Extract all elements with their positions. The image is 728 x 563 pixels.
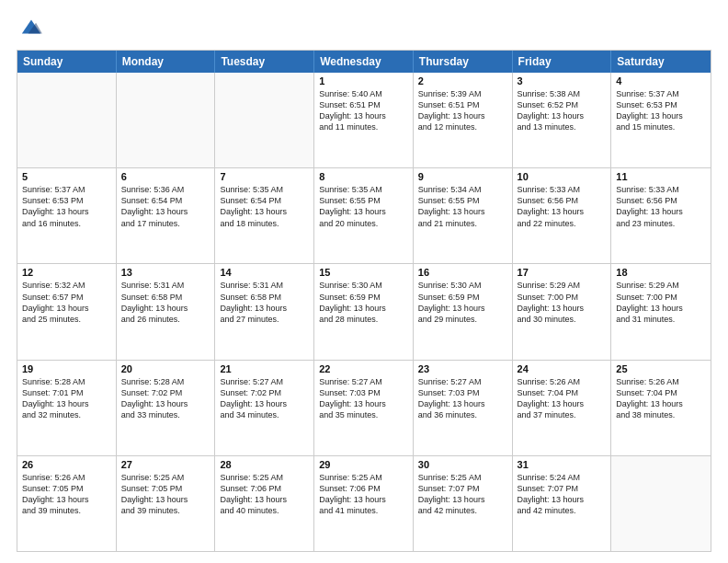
cal-cell [611,456,711,551]
day-number: 7 [220,171,309,182]
day-number: 18 [616,267,706,278]
day-number: 22 [319,363,408,374]
cal-cell: 1Sunrise: 5:40 AMSunset: 6:51 PMDaylight… [314,73,414,167]
cal-cell: 20Sunrise: 5:28 AMSunset: 7:02 PMDayligh… [117,361,216,455]
cal-row-4: 26Sunrise: 5:26 AMSunset: 7:05 PMDayligh… [17,456,711,551]
cal-cell: 13Sunrise: 5:31 AMSunset: 6:58 PMDayligh… [117,264,216,359]
day-number: 3 [518,75,607,86]
cal-cell: 7Sunrise: 5:35 AMSunset: 6:54 PMDaylight… [215,168,314,263]
header-day-friday: Friday [513,51,612,73]
day-number: 26 [22,459,111,470]
cal-cell: 26Sunrise: 5:26 AMSunset: 7:05 PMDayligh… [17,456,117,551]
cell-text: Sunrise: 5:37 AMSunset: 6:53 PMDaylight:… [616,88,706,133]
cell-text: Sunrise: 5:30 AMSunset: 6:59 PMDaylight:… [319,280,408,325]
cal-cell: 23Sunrise: 5:27 AMSunset: 7:03 PMDayligh… [414,361,513,455]
cell-text: Sunrise: 5:27 AMSunset: 7:03 PMDaylight:… [418,376,507,421]
cell-text: Sunrise: 5:26 AMSunset: 7:04 PMDaylight:… [616,376,706,421]
cal-row-1: 5Sunrise: 5:37 AMSunset: 6:53 PMDaylight… [17,168,711,264]
cal-cell: 18Sunrise: 5:29 AMSunset: 7:00 PMDayligh… [611,264,711,359]
header-day-sunday: Sunday [17,51,117,73]
day-number: 2 [418,75,507,86]
cell-text: Sunrise: 5:25 AMSunset: 7:06 PMDaylight:… [319,472,408,517]
day-number: 25 [616,363,706,374]
day-number: 23 [418,363,507,374]
cell-text: Sunrise: 5:35 AMSunset: 6:54 PMDaylight:… [220,184,309,229]
cal-cell: 11Sunrise: 5:33 AMSunset: 6:56 PMDayligh… [611,168,711,263]
day-number: 19 [22,363,111,374]
logo [17,17,46,40]
cal-cell: 28Sunrise: 5:25 AMSunset: 7:06 PMDayligh… [215,456,314,551]
cell-text: Sunrise: 5:34 AMSunset: 6:55 PMDaylight:… [418,184,507,229]
cal-cell: 22Sunrise: 5:27 AMSunset: 7:03 PMDayligh… [314,361,414,455]
header-day-saturday: Saturday [611,51,711,73]
cell-text: Sunrise: 5:37 AMSunset: 6:53 PMDaylight:… [22,184,111,229]
day-number: 30 [418,459,507,470]
cal-cell: 24Sunrise: 5:26 AMSunset: 7:04 PMDayligh… [513,361,612,455]
day-number: 13 [121,267,210,278]
cal-cell: 31Sunrise: 5:24 AMSunset: 7:07 PMDayligh… [513,456,612,551]
cell-text: Sunrise: 5:25 AMSunset: 7:07 PMDaylight:… [418,472,507,517]
day-number: 31 [518,459,607,470]
cal-cell: 27Sunrise: 5:25 AMSunset: 7:05 PMDayligh… [117,456,216,551]
cell-text: Sunrise: 5:32 AMSunset: 6:57 PMDaylight:… [22,280,111,325]
cal-cell [17,73,117,167]
cell-text: Sunrise: 5:27 AMSunset: 7:03 PMDaylight:… [319,376,408,421]
cell-text: Sunrise: 5:29 AMSunset: 7:00 PMDaylight:… [616,280,706,325]
cal-cell: 2Sunrise: 5:39 AMSunset: 6:51 PMDaylight… [414,73,513,167]
day-number: 29 [319,459,408,470]
cal-row-3: 19Sunrise: 5:28 AMSunset: 7:01 PMDayligh… [17,361,711,456]
calendar: SundayMondayTuesdayWednesdayThursdayFrid… [17,50,711,552]
cell-text: Sunrise: 5:39 AMSunset: 6:51 PMDaylight:… [418,88,507,133]
cal-cell: 19Sunrise: 5:28 AMSunset: 7:01 PMDayligh… [17,361,117,455]
cell-text: Sunrise: 5:33 AMSunset: 6:56 PMDaylight:… [616,184,706,229]
day-number: 8 [319,171,408,182]
day-number: 10 [518,171,607,182]
day-number: 14 [220,267,309,278]
cal-cell: 9Sunrise: 5:34 AMSunset: 6:55 PMDaylight… [414,168,513,263]
cal-cell: 10Sunrise: 5:33 AMSunset: 6:56 PMDayligh… [513,168,612,263]
cal-cell: 25Sunrise: 5:26 AMSunset: 7:04 PMDayligh… [611,361,711,455]
cell-text: Sunrise: 5:25 AMSunset: 7:06 PMDaylight:… [220,472,309,517]
cell-text: Sunrise: 5:31 AMSunset: 6:58 PMDaylight:… [121,280,210,325]
cell-text: Sunrise: 5:28 AMSunset: 7:01 PMDaylight:… [22,376,111,421]
cal-cell: 4Sunrise: 5:37 AMSunset: 6:53 PMDaylight… [611,73,711,167]
cal-cell: 17Sunrise: 5:29 AMSunset: 7:00 PMDayligh… [513,264,612,359]
header-day-tuesday: Tuesday [215,51,314,73]
day-number: 24 [518,363,607,374]
day-number: 27 [121,459,210,470]
header [17,17,711,40]
cal-cell: 15Sunrise: 5:30 AMSunset: 6:59 PMDayligh… [314,264,414,359]
header-day-thursday: Thursday [414,51,513,73]
calendar-body: 1Sunrise: 5:40 AMSunset: 6:51 PMDaylight… [17,73,711,551]
cell-text: Sunrise: 5:31 AMSunset: 6:58 PMDaylight:… [220,280,309,325]
cell-text: Sunrise: 5:35 AMSunset: 6:55 PMDaylight:… [319,184,408,229]
cal-cell: 6Sunrise: 5:36 AMSunset: 6:54 PMDaylight… [117,168,216,263]
cell-text: Sunrise: 5:26 AMSunset: 7:04 PMDaylight:… [518,376,607,421]
cal-cell: 12Sunrise: 5:32 AMSunset: 6:57 PMDayligh… [17,264,117,359]
cell-text: Sunrise: 5:30 AMSunset: 6:59 PMDaylight:… [418,280,507,325]
cell-text: Sunrise: 5:25 AMSunset: 7:05 PMDaylight:… [121,472,210,517]
day-number: 6 [121,171,210,182]
day-number: 15 [319,267,408,278]
cal-cell: 16Sunrise: 5:30 AMSunset: 6:59 PMDayligh… [414,264,513,359]
day-number: 4 [616,75,706,86]
cell-text: Sunrise: 5:26 AMSunset: 7:05 PMDaylight:… [22,472,111,517]
day-number: 12 [22,267,111,278]
day-number: 11 [616,171,706,182]
calendar-header: SundayMondayTuesdayWednesdayThursdayFrid… [17,51,711,73]
day-number: 17 [518,267,607,278]
cell-text: Sunrise: 5:29 AMSunset: 7:00 PMDaylight:… [518,280,607,325]
header-day-wednesday: Wednesday [314,51,414,73]
cal-cell: 21Sunrise: 5:27 AMSunset: 7:02 PMDayligh… [215,361,314,455]
cell-text: Sunrise: 5:27 AMSunset: 7:02 PMDaylight:… [220,376,309,421]
cal-cell [215,73,314,167]
day-number: 21 [220,363,309,374]
day-number: 9 [418,171,507,182]
day-number: 28 [220,459,309,470]
cell-text: Sunrise: 5:36 AMSunset: 6:54 PMDaylight:… [121,184,210,229]
cell-text: Sunrise: 5:28 AMSunset: 7:02 PMDaylight:… [121,376,210,421]
cell-text: Sunrise: 5:24 AMSunset: 7:07 PMDaylight:… [518,472,607,517]
cal-row-2: 12Sunrise: 5:32 AMSunset: 6:57 PMDayligh… [17,264,711,360]
day-number: 5 [22,171,111,182]
cal-cell: 3Sunrise: 5:38 AMSunset: 6:52 PMDaylight… [513,73,612,167]
